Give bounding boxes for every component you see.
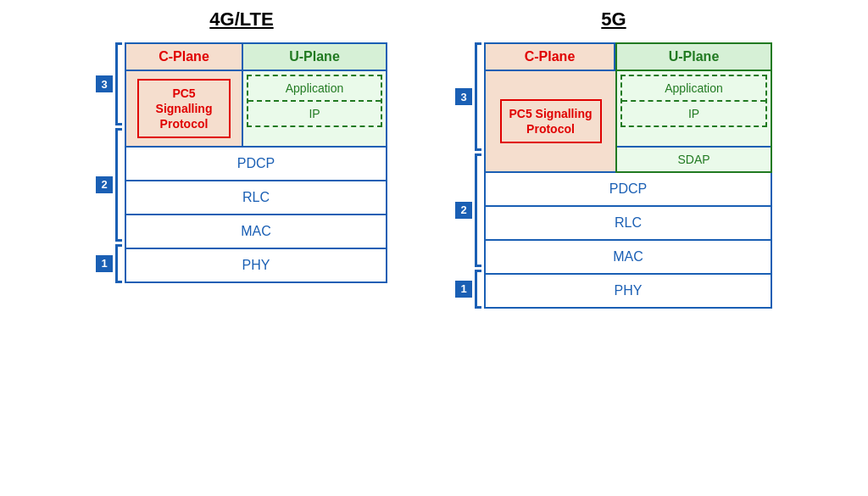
- 5g-u-plane-body: Application IP SDAP: [615, 71, 772, 173]
- 4g-layer2-group: 2: [96, 128, 122, 242]
- 5g-c-plane-body: PC5 Signalling Protocol: [484, 71, 615, 173]
- diagram-5g-title: 5G: [601, 8, 626, 31]
- 5g-layer3-group: 3: [455, 42, 481, 151]
- 4g-layer3-badge: 3: [96, 75, 113, 92]
- 4g-rlc-row: RLC: [125, 181, 387, 215]
- 4g-pdcp-row: PDCP: [125, 148, 387, 181]
- 4g-u-plane-header: U-Plane: [243, 42, 387, 71]
- 4g-application-cell: Application: [248, 76, 381, 102]
- 5g-pc5-box: PC5 Signalling Protocol: [500, 99, 602, 143]
- 5g-ip-cell: IP: [622, 102, 765, 125]
- 4g-u-plane-body: Application IP: [243, 71, 387, 148]
- diagram-5g: 5G 3 2 1: [455, 8, 772, 309]
- 5g-pdcp-row: PDCP: [484, 173, 772, 207]
- diagram-4g-title: 4G/LTE: [209, 8, 273, 31]
- 5g-phy-row: PHY: [484, 275, 772, 309]
- 4g-c-plane-header: C-Plane: [125, 42, 243, 71]
- 5g-sdap-cell: SDAP: [617, 146, 771, 171]
- 5g-layer2-group: 2: [455, 153, 481, 267]
- 4g-plane-content: PC5 Signalling Protocol Application IP: [125, 71, 387, 148]
- 4g-labels-col: 3 2 1: [96, 42, 122, 283]
- 5g-layers-with-labels: 3 2 1 C: [455, 42, 772, 309]
- 4g-layers-with-labels: 3 2 1 C: [96, 42, 387, 283]
- 4g-layer3-bracket: [115, 42, 122, 125]
- 4g-layer2-bracket: [115, 128, 122, 242]
- 5g-layer3-badge: 3: [455, 88, 472, 105]
- 5g-stack: C-Plane U-Plane PC5 Signalling Protocol …: [484, 42, 772, 309]
- 4g-ip-cell: IP: [248, 102, 381, 125]
- 4g-mac-row: MAC: [125, 215, 387, 249]
- 4g-c-plane-body: PC5 Signalling Protocol: [125, 71, 243, 148]
- 5g-layer2-bracket: [475, 153, 481, 267]
- 4g-layer1-bracket: [115, 244, 122, 283]
- 4g-phy-row: PHY: [125, 249, 387, 283]
- 5g-mac-row: MAC: [484, 241, 772, 275]
- 4g-layer1-group: 1: [96, 244, 122, 283]
- 5g-application-cell: Application: [622, 76, 765, 102]
- 5g-layer3-bracket: [475, 42, 481, 151]
- 5g-plane-content: PC5 Signalling Protocol Application IP S…: [484, 71, 772, 173]
- 4g-layer3-group: 3: [96, 42, 122, 125]
- 4g-pc5-box: PC5 Signalling Protocol: [137, 79, 231, 139]
- 5g-plane-headers: C-Plane U-Plane: [484, 42, 772, 71]
- 4g-layer2-badge: 2: [96, 176, 113, 193]
- diagrams-container: 4G/LTE 3 2 1: [0, 8, 868, 309]
- 5g-u-dashed-box: Application IP: [620, 75, 767, 127]
- 4g-layer1-badge: 1: [96, 255, 113, 272]
- 5g-layer2-badge: 2: [455, 202, 472, 219]
- 4g-stack: C-Plane U-Plane PC5 Signalling Protocol …: [125, 42, 387, 283]
- 5g-c-plane-header: C-Plane: [484, 42, 615, 71]
- 5g-labels-col: 3 2 1: [455, 42, 481, 309]
- 5g-layer1-badge: 1: [455, 281, 472, 298]
- 4g-top-section: C-Plane U-Plane PC5 Signalling Protocol …: [125, 42, 387, 148]
- 5g-layer1-bracket: [475, 270, 481, 309]
- 5g-u-plane-header: U-Plane: [615, 42, 772, 71]
- 4g-plane-headers: C-Plane U-Plane: [125, 42, 387, 71]
- diagram-4g: 4G/LTE 3 2 1: [96, 8, 387, 283]
- 5g-top-section: C-Plane U-Plane PC5 Signalling Protocol …: [484, 42, 772, 173]
- 4g-u-dashed-box: Application IP: [247, 75, 382, 127]
- 5g-layer1-group: 1: [455, 270, 481, 309]
- 5g-rlc-row: RLC: [484, 207, 772, 241]
